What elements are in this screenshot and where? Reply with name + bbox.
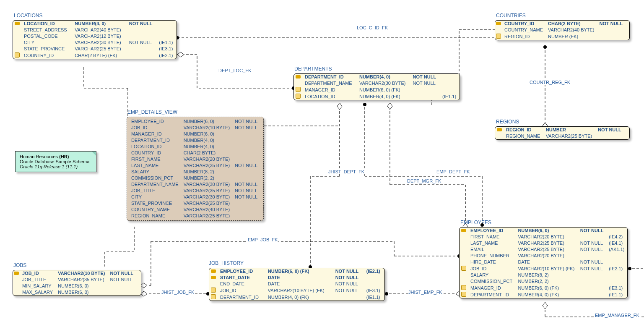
fk-label: JHIST_JOB_FK <box>161 290 195 295</box>
entity-regions[interactable]: REGION_ID NUMBER NOT NULL REGION_NAME VA… <box>495 126 630 140</box>
col-index: (AK1.1) <box>606 246 627 253</box>
col-index <box>260 150 265 156</box>
col-name: JOB_ID <box>468 265 515 272</box>
svg-marker-47 <box>543 302 548 309</box>
col-constraint <box>127 33 157 39</box>
col-name: PHONE_NUMBER <box>468 253 515 259</box>
column-row: DEPARTMENT_NAME VARCHAR2(30 BYTE) NOT NU… <box>127 181 265 188</box>
col-index <box>136 277 141 283</box>
col-constraint <box>333 294 364 301</box>
col-type: NUMBER(2, 2) <box>181 175 232 181</box>
col-constraint: NOT NULL <box>578 246 606 253</box>
column-row: COUNTRY_ID CHAR(2 BYTE) NOT NULL <box>495 21 630 27</box>
col-constraint <box>597 33 626 40</box>
column-row: MANAGER_ID NUMBER(6, 0) (FK) (IE3.1) <box>460 285 627 291</box>
schema-note: Human Resources (HR) Oracle Database Sam… <box>15 151 96 172</box>
col-type: VARCHAR2(25 BYTE) <box>181 200 232 207</box>
col-index <box>364 281 384 287</box>
column-row: DEPARTMENT_NAME VARCHAR2(30 BYTE) NOT NU… <box>294 80 460 86</box>
col-name: DEPARTMENT_NAME <box>129 181 181 188</box>
col-constraint <box>232 207 260 213</box>
column-row: FIRST_NAME VARCHAR2(20 BYTE) <box>127 156 265 162</box>
col-index <box>440 74 460 80</box>
title-departments: DEPARTMENTS <box>294 66 332 72</box>
fk-label: JHIST_DEPT_FK <box>328 169 365 174</box>
col-name: REGION_ID <box>502 33 545 40</box>
entity-emp-details-view[interactable]: EMPLOYEE_ID NUMBER(6, 0) NOT NULL JOB_ID… <box>127 117 264 221</box>
col-type: VARCHAR2(10 BYTE) (FK) <box>515 265 577 272</box>
col-index <box>624 127 629 133</box>
col-name: LOCATION_ID <box>129 144 181 150</box>
col-name: MANAGER_ID <box>302 86 357 93</box>
column-row: COUNTRY_ID CHAR(2 BYTE) <box>127 150 265 156</box>
col-index: (IE3.1) <box>156 46 177 52</box>
column-row: END_DATE DATE NOT NULL <box>209 281 384 287</box>
col-name: MAX_SALARY <box>20 289 55 295</box>
lock-icon <box>461 266 466 271</box>
col-constraint: NOT NULL <box>578 240 606 246</box>
lock-icon <box>211 288 216 293</box>
column-row: HIRE_DATE DATE NOT NULL <box>460 259 627 265</box>
col-type: VARCHAR2(35 BYTE) <box>181 188 232 194</box>
entity-countries[interactable]: COUNTRY_ID CHAR(2 BYTE) NOT NULL COUNTRY… <box>495 20 630 40</box>
col-index <box>260 118 265 125</box>
col-type: VARCHAR2(25 BYTE) <box>515 240 577 246</box>
col-name: COMMISSION_PCT <box>129 175 181 181</box>
col-name: REGION_ID <box>504 127 543 133</box>
col-name: STREET_ADDRESS <box>21 27 72 33</box>
entity-job-history[interactable]: EMPLOYEE_ID NUMBER(6, 0) (FK) NOT NULL (… <box>209 268 385 301</box>
column-row: STATE_PROVINCE VARCHAR2(25 BYTE) <box>127 200 265 207</box>
col-index: (IE3.1) <box>364 287 384 294</box>
col-index <box>260 188 265 194</box>
entity-jobs[interactable]: JOB_ID VARCHAR2(10 BYTE) NOT NULL JOB_TI… <box>13 270 141 296</box>
entity-employees[interactable]: EMPLOYEE_ID NUMBER(6, 0) NOT NULL FIRST_… <box>459 227 628 298</box>
col-type: VARCHAR2(20 BYTE) <box>181 156 232 162</box>
col-type: DATE <box>265 275 333 281</box>
entity-locations[interactable]: LOCATION_ID NUMBER(4, 0) NOT NULL STREET… <box>13 20 177 59</box>
col-constraint: NOT NULL <box>232 125 260 131</box>
col-constraint: NOT NULL <box>107 277 136 283</box>
col-constraint: NOT NULL <box>578 265 606 272</box>
col-name: JOB_ID <box>20 270 55 277</box>
column-row: POSTAL_CODE VARCHAR2(12 BYTE) <box>13 33 177 39</box>
col-index <box>260 131 265 137</box>
column-row: MAX_SALARY NUMBER(6, 0) <box>13 289 141 295</box>
column-row: COUNTRY_NAME VARCHAR2(40 BYTE) <box>127 207 265 213</box>
col-type: NUMBER(4, 0) (FK) <box>515 291 577 298</box>
col-name: JOB_TITLE <box>20 277 55 283</box>
note-sub2: Oracle 11g Release 1 (11.1) <box>20 164 92 169</box>
col-name: JOB_ID <box>129 125 181 131</box>
col-index <box>440 86 460 93</box>
col-constraint <box>232 144 260 150</box>
col-type: VARCHAR2(12 BYTE) <box>72 33 127 39</box>
col-constraint: NOT NULL <box>333 281 364 287</box>
col-type: VARCHAR2(10 BYTE) <box>181 125 232 131</box>
col-name: START_DATE <box>218 275 265 281</box>
col-name: EMAIL <box>468 246 515 253</box>
col-index <box>260 156 265 162</box>
col-type: NUMBER(6, 0) (FK) <box>515 285 577 291</box>
col-constraint: NOT NULL <box>578 259 606 265</box>
column-row: STATE_PROVINCE VARCHAR2(25 BYTE) (IE3.1) <box>13 46 177 52</box>
col-index <box>156 27 177 33</box>
col-type: NUMBER(6, 0) (FK) <box>265 268 333 275</box>
col-type: NUMBER(6, 0) (FK) <box>357 86 410 93</box>
col-constraint <box>410 93 440 100</box>
col-type: VARCHAR2(20 BYTE) <box>515 234 577 240</box>
column-row: MANAGER_ID NUMBER(6, 0) (FK) <box>294 86 460 93</box>
entity-departments[interactable]: DEPARTMENT_ID NUMBER(4, 0) NOT NULL DEPA… <box>293 73 460 100</box>
col-type: NUMBER(4, 0) (FK) <box>265 294 333 301</box>
col-name: MANAGER_ID <box>129 131 181 137</box>
column-row: FIRST_NAME VARCHAR2(20 BYTE) (IE4.2) <box>460 234 627 240</box>
col-type: NUMBER(6, 0) <box>55 283 107 289</box>
col-name: REGION_NAME <box>129 213 181 219</box>
col-index: (IE2.1) <box>364 268 384 275</box>
col-name: LAST_NAME <box>468 240 515 246</box>
col-index <box>136 283 141 289</box>
col-type: CHAR(2 BYTE) <box>545 21 597 27</box>
fk-label: DEPT_LOC_FK <box>218 68 252 73</box>
col-index <box>260 144 265 150</box>
column-row: COUNTRY_NAME VARCHAR2(40 BYTE) <box>495 27 630 33</box>
col-type: NUMBER(2, 2) <box>515 278 577 285</box>
column-row: STREET_ADDRESS VARCHAR2(40 BYTE) <box>13 27 177 33</box>
